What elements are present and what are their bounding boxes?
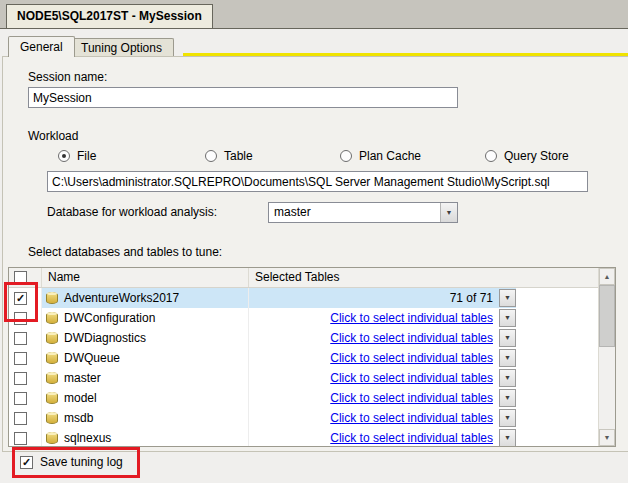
workload-file-input[interactable] xyxy=(47,171,588,192)
selected-tables-cell: Click to select individual tables xyxy=(249,391,498,405)
row-checkbox-cell: ✓ xyxy=(9,288,42,308)
database-name-cell: sqlnexus xyxy=(42,428,249,446)
row-dropdown-button[interactable]: ▼ xyxy=(499,349,516,367)
radio-button-icon xyxy=(485,150,497,162)
selected-tables-cell: Click to select individual tables xyxy=(249,351,498,365)
row-checkbox-cell xyxy=(9,428,42,446)
select-tables-link[interactable]: Click to select individual tables xyxy=(330,311,493,325)
row-dropdown-button[interactable]: ▼ xyxy=(499,429,516,446)
tab-tuning-options[interactable]: Tuning Options xyxy=(69,38,174,57)
database-name: AdventureWorks2017 xyxy=(64,291,179,305)
radio-label: Query Store xyxy=(504,149,569,163)
select-all-checkbox[interactable] xyxy=(14,271,27,284)
row-checkbox[interactable] xyxy=(14,372,27,385)
row-checkbox-cell xyxy=(9,328,42,348)
scroll-down-icon[interactable]: ▼ xyxy=(599,429,615,446)
document-tab-strip: NODE5\SQL2017ST - MySession xyxy=(0,0,628,28)
database-icon xyxy=(46,292,58,304)
session-tab-title: NODE5\SQL2017ST - MySession xyxy=(17,9,202,23)
tune-table-body: ✓AdventureWorks201771 of 71▼DWConfigurat… xyxy=(9,288,598,446)
table-row[interactable]: msdbClick to select individual tables▼ xyxy=(9,408,516,428)
row-checkbox[interactable]: ✓ xyxy=(14,292,27,305)
database-select[interactable]: master ▼ xyxy=(268,202,458,223)
workload-radio-file[interactable]: File xyxy=(58,149,205,163)
table-row[interactable]: masterClick to select individual tables▼ xyxy=(9,368,516,388)
database-name: sqlnexus xyxy=(64,431,111,445)
selected-tables-count: 71 of 71 xyxy=(450,291,493,305)
database-name-cell: DWQueue xyxy=(42,348,249,368)
save-tuning-log-option[interactable]: ✓ Save tuning log xyxy=(20,455,123,469)
selected-tables-cell: Click to select individual tables xyxy=(249,331,498,345)
select-databases-label: Select databases and tables to tune: xyxy=(28,245,222,259)
database-icon xyxy=(46,372,58,384)
radio-button-icon xyxy=(58,150,70,162)
session-document-tab[interactable]: NODE5\SQL2017ST - MySession xyxy=(6,4,213,28)
table-row[interactable]: DWQueueClick to select individual tables… xyxy=(9,348,516,368)
database-name-cell: DWConfiguration xyxy=(42,308,249,328)
database-icon xyxy=(46,412,58,424)
scrollbar-thumb[interactable] xyxy=(599,285,615,347)
workload-radio-table[interactable]: Table xyxy=(205,149,340,163)
selected-tables-cell: Click to select individual tables xyxy=(249,431,498,445)
databases-table: Name Selected Tables ✓AdventureWorks2017… xyxy=(8,267,616,447)
select-tables-link[interactable]: Click to select individual tables xyxy=(330,331,493,345)
selected-tables-cell: Click to select individual tables xyxy=(249,411,498,425)
row-checkbox[interactable] xyxy=(14,312,27,325)
table-scrollbar[interactable]: ▲ ▼ xyxy=(598,268,615,446)
database-name: DWDiagnostics xyxy=(64,331,146,345)
database-name-cell: master xyxy=(42,368,249,388)
database-name: model xyxy=(64,391,97,405)
database-name: master xyxy=(64,371,101,385)
database-name-cell: msdb xyxy=(42,408,249,428)
radio-label: Table xyxy=(224,149,253,163)
select-tables-link[interactable]: Click to select individual tables xyxy=(330,351,493,365)
header-checkbox-cell xyxy=(9,268,42,287)
selected-tables-cell: 71 of 71 xyxy=(249,291,498,305)
workload-radio-plan-cache[interactable]: Plan Cache xyxy=(340,149,485,163)
row-checkbox[interactable] xyxy=(14,352,27,365)
save-tuning-log-label: Save tuning log xyxy=(40,455,123,469)
table-row[interactable]: ✓AdventureWorks201771 of 71▼ xyxy=(9,288,516,308)
database-name: msdb xyxy=(64,411,93,425)
row-checkbox[interactable] xyxy=(14,432,27,445)
row-dropdown-button[interactable]: ▼ xyxy=(499,369,516,387)
database-name-cell: model xyxy=(42,388,249,408)
scroll-up-icon[interactable]: ▲ xyxy=(599,268,615,285)
workload-database-label: Database for workload analysis: xyxy=(47,205,217,219)
radio-button-icon xyxy=(205,150,217,162)
database-name-cell: DWDiagnostics xyxy=(42,328,249,348)
database-icon xyxy=(46,432,58,444)
tab-general[interactable]: General xyxy=(8,36,75,57)
row-checkbox[interactable] xyxy=(14,332,27,345)
save-tuning-log-checkbox[interactable]: ✓ xyxy=(20,456,33,469)
workload-radio-query-store[interactable]: Query Store xyxy=(485,149,569,163)
select-tables-link[interactable]: Click to select individual tables xyxy=(330,411,493,425)
row-dropdown-button[interactable]: ▼ xyxy=(499,409,516,427)
select-tables-link[interactable]: Click to select individual tables xyxy=(330,391,493,405)
chevron-down-icon[interactable]: ▼ xyxy=(440,203,457,222)
row-dropdown-button[interactable]: ▼ xyxy=(499,329,516,347)
row-checkbox[interactable] xyxy=(14,412,27,425)
row-dropdown-button[interactable]: ▼ xyxy=(499,309,516,327)
session-name-input[interactable] xyxy=(28,87,458,108)
radio-label: File xyxy=(77,149,96,163)
row-dropdown-button[interactable]: ▼ xyxy=(499,289,516,307)
workload-label: Workload xyxy=(28,129,78,143)
row-checkbox-cell xyxy=(9,308,42,328)
table-header: Name Selected Tables xyxy=(9,268,598,288)
table-row[interactable]: sqlnexusClick to select individual table… xyxy=(9,428,516,446)
table-row[interactable]: modelClick to select individual tables▼ xyxy=(9,388,516,408)
database-icon xyxy=(46,312,58,324)
database-icon xyxy=(46,352,58,364)
database-icon xyxy=(46,392,58,404)
row-checkbox[interactable] xyxy=(14,392,27,405)
radio-label: Plan Cache xyxy=(359,149,421,163)
table-row[interactable]: DWDiagnosticsClick to select individual … xyxy=(9,328,516,348)
row-checkbox-cell xyxy=(9,388,42,408)
select-tables-link[interactable]: Click to select individual tables xyxy=(330,371,493,385)
table-row[interactable]: DWConfigurationClick to select individua… xyxy=(9,308,516,328)
row-checkbox-cell xyxy=(9,408,42,428)
row-dropdown-button[interactable]: ▼ xyxy=(499,389,516,407)
select-tables-link[interactable]: Click to select individual tables xyxy=(330,431,493,445)
database-icon xyxy=(46,332,58,344)
